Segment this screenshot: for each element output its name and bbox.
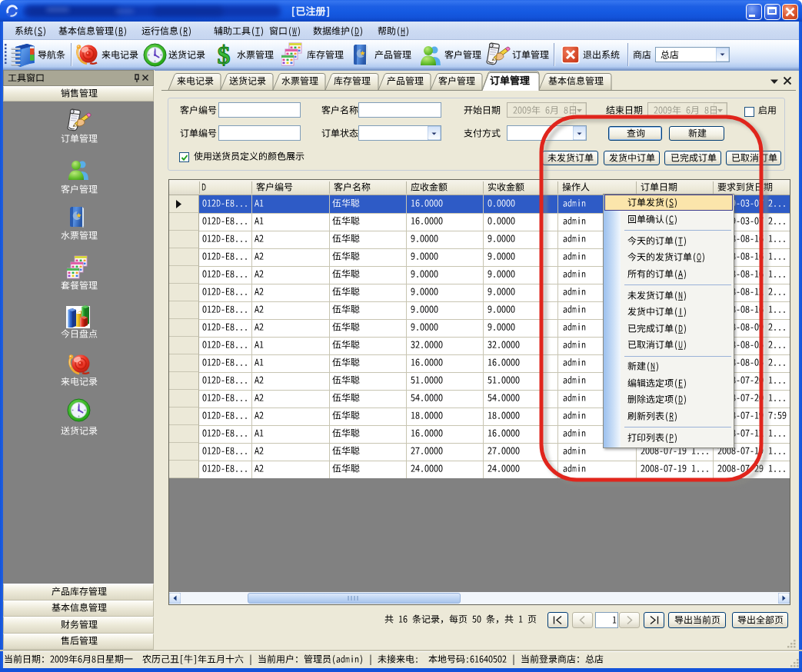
svg-text:$: $	[218, 42, 231, 68]
